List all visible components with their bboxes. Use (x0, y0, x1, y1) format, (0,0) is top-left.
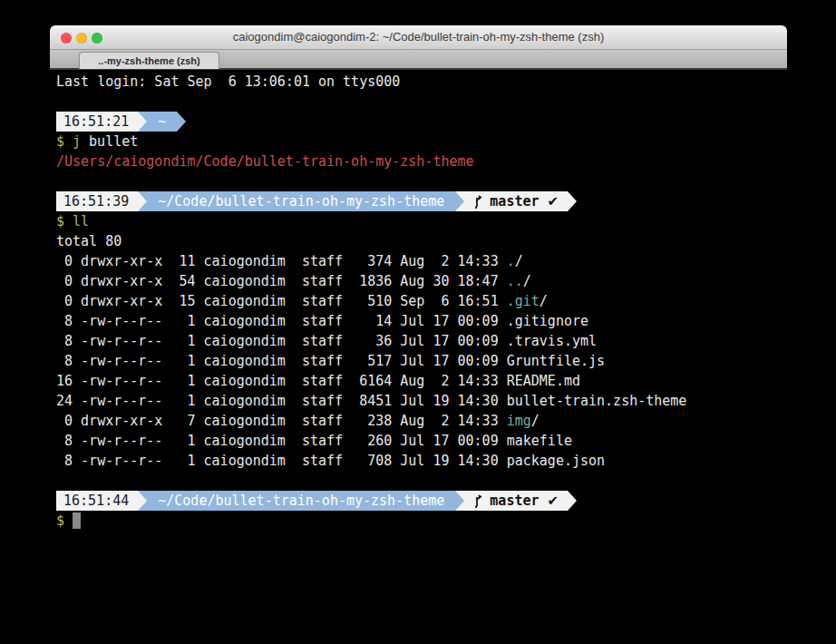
ls-row-filename: package.json (507, 451, 605, 471)
ls-row: 0 drwxr-xr-x 15 caiogondim staff 510 Sep… (56, 291, 787, 311)
ls-row-meta: 8 -rw-r--r-- 1 caiogondim staff 517 Jul … (56, 351, 507, 371)
prompt-time-segment: 16:51:44 (56, 491, 138, 511)
ls-row-meta: 8 -rw-r--r-- 1 caiogondim staff 708 Jul … (56, 451, 507, 471)
ls-row-meta: 0 drwxr-xr-x 11 caiogondim staff 374 Aug… (56, 251, 507, 271)
powerline-arrow-icon (138, 112, 147, 132)
terminal-window: caiogondim@caiogondim-2: ~/Code/bullet-t… (50, 25, 787, 644)
ls-row-meta: 0 drwxr-xr-x 15 caiogondim staff 510 Sep… (56, 291, 507, 311)
minimize-button[interactable] (76, 33, 87, 44)
tab-bar: ..-my-zsh-theme (zsh) (50, 50, 787, 70)
git-branch-name: master (490, 191, 539, 211)
powerline-arrow-icon (568, 491, 577, 511)
prompt-char: $ (56, 211, 64, 231)
powerline-arrow-icon (138, 191, 147, 211)
prompt-line-1: 16:51:21 ~ (56, 112, 787, 132)
ls-row: 16 -rw-r--r-- 1 caiogondim staff 6164 Au… (56, 371, 787, 391)
prompt-dir-segment: ~/Code/bullet-train-oh-my-zsh-theme (147, 191, 455, 211)
command-name: j (73, 132, 81, 151)
terminal-tab[interactable]: ..-my-zsh-theme (zsh) (79, 52, 219, 69)
ls-row-meta: 16 -rw-r--r-- 1 caiogondim staff 6164 Au… (56, 371, 507, 391)
prompt-dir-segment: ~ (147, 112, 177, 132)
close-button[interactable] (61, 33, 72, 44)
ls-row: 0 drwxr-xr-x 54 caiogondim staff 1836 Au… (56, 271, 787, 291)
ls-row-filename: makefile (507, 431, 572, 451)
ls-row-filename: README.md (507, 371, 580, 391)
ls-row: 8 -rw-r--r-- 1 caiogondim staff 708 Jul … (56, 451, 787, 471)
ls-row-filename: .gitignore (507, 311, 588, 331)
ls-row-filename: .git (507, 291, 540, 311)
powerline-arrow-icon (455, 491, 464, 511)
ls-row: 0 drwxr-xr-x 11 caiogondim staff 374 Aug… (56, 251, 787, 271)
ls-row-meta: 0 drwxr-xr-x 7 caiogondim staff 238 Aug … (56, 411, 507, 431)
ls-row-type-indicator: / (531, 411, 540, 431)
ls-row-meta: 8 -rw-r--r-- 1 caiogondim staff 260 Jul … (56, 431, 507, 451)
blank-line (56, 171, 787, 191)
ls-row: 0 drwxr-xr-x 7 caiogondim staff 238 Aug … (56, 411, 787, 431)
ls-row-filename: .travis.yml (507, 331, 597, 351)
command-args: bullet (81, 132, 138, 151)
prompt-char: $ (56, 511, 64, 531)
jump-output-path: /Users/caiogondim/Code/bullet-train-oh-m… (56, 151, 787, 171)
command-name: ll (73, 211, 89, 231)
powerline-arrow-icon (455, 191, 464, 211)
prompt-git-segment: master ✔ (464, 191, 568, 211)
tab-label: ..-my-zsh-theme (zsh) (98, 55, 199, 66)
blank-line (56, 92, 787, 112)
ls-row: 8 -rw-r--r-- 1 caiogondim staff 14 Jul 1… (56, 311, 787, 331)
ls-row-filename: .. (507, 271, 523, 291)
git-branch-icon (473, 194, 483, 209)
command-line-2: $ll (56, 211, 787, 231)
prompt-time-segment: 16:51:21 (56, 112, 138, 132)
blank-line (56, 471, 787, 491)
window-title: caiogondim@caiogondim-2: ~/Code/bullet-t… (50, 25, 787, 49)
git-clean-check-icon: ✔ (548, 491, 559, 511)
powerline-arrow-icon (138, 491, 147, 511)
ls-row: 8 -rw-r--r-- 1 caiogondim staff 36 Jul 1… (56, 331, 787, 351)
text-cursor (73, 512, 81, 529)
ls-row-type-indicator: / (523, 271, 531, 291)
ls-row-filename: Gruntfile.js (507, 351, 605, 371)
terminal-screen[interactable]: Last login: Sat Sep 6 13:06:01 on ttys00… (50, 70, 787, 644)
ls-listing: 0 drwxr-xr-x 11 caiogondim staff 374 Aug… (56, 251, 787, 471)
prompt-line-3: 16:51:44 ~/Code/bullet-train-oh-my-zsh-t… (56, 491, 787, 511)
window-titlebar[interactable]: caiogondim@caiogondim-2: ~/Code/bullet-t… (50, 25, 787, 50)
ls-row: 8 -rw-r--r-- 1 caiogondim staff 260 Jul … (56, 431, 787, 451)
ls-row-meta: 8 -rw-r--r-- 1 caiogondim staff 14 Jul 1… (56, 311, 507, 331)
last-login-line: Last login: Sat Sep 6 13:06:01 on ttys00… (56, 72, 787, 92)
ls-row-type-indicator: / (515, 251, 523, 271)
ls-total-line: total 80 (56, 231, 787, 251)
traffic-lights (61, 33, 102, 44)
prompt-git-segment: master ✔ (464, 491, 568, 511)
ls-row-filename: bullet-train.zsh-theme (507, 391, 687, 411)
input-line[interactable]: $ (56, 511, 787, 531)
ls-row-meta: 8 -rw-r--r-- 1 caiogondim staff 36 Jul 1… (56, 331, 507, 351)
ls-row-type-indicator: / (540, 291, 548, 311)
ls-row-meta: 24 -rw-r--r-- 1 caiogondim staff 8451 Ju… (56, 391, 507, 411)
ls-row-filename: img (507, 411, 531, 431)
prompt-char: $ (56, 132, 64, 151)
git-branch-icon (473, 493, 483, 508)
prompt-time-segment: 16:51:39 (56, 191, 138, 211)
powerline-arrow-icon (177, 112, 186, 132)
prompt-line-2: 16:51:39 ~/Code/bullet-train-oh-my-zsh-t… (56, 191, 787, 211)
git-clean-check-icon: ✔ (548, 191, 559, 211)
zoom-button[interactable] (92, 33, 102, 44)
command-line-1: $j bullet (56, 132, 787, 151)
ls-row: 8 -rw-r--r-- 1 caiogondim staff 517 Jul … (56, 351, 787, 371)
powerline-arrow-icon (568, 191, 577, 211)
ls-row-meta: 0 drwxr-xr-x 54 caiogondim staff 1836 Au… (56, 271, 507, 291)
prompt-dir-segment: ~/Code/bullet-train-oh-my-zsh-theme (147, 491, 455, 511)
ls-row-filename: . (507, 251, 515, 271)
ls-row: 24 -rw-r--r-- 1 caiogondim staff 8451 Ju… (56, 391, 787, 411)
git-branch-name: master (490, 491, 539, 511)
